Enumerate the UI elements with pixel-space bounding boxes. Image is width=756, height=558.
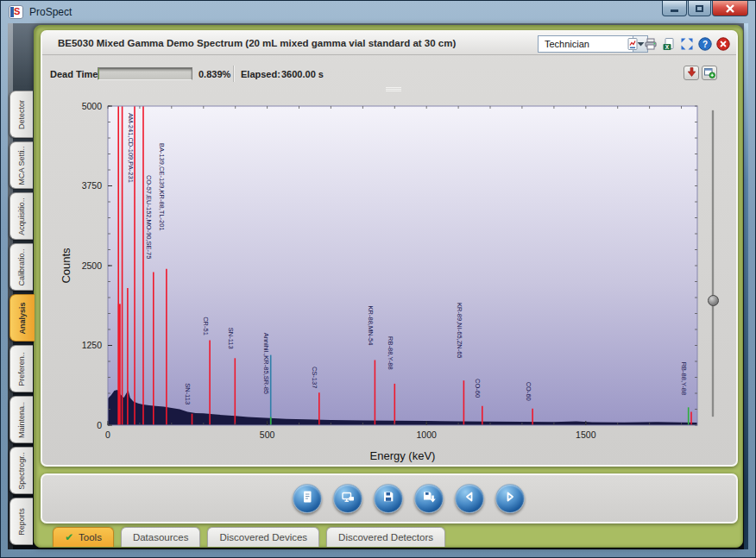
sidebar-tab-label: Spectrogr.. <box>17 452 26 490</box>
bottom-tab-label: Tools <box>79 532 102 542</box>
spectrum-chart[interactable]: AM-241,CD-109,PA-231CO-57,EU-152,MO-90,S… <box>49 92 705 463</box>
sidebar-tab-reports[interactable]: Reports <box>9 498 33 545</box>
prospect-logo-icon: S <box>9 5 23 19</box>
svg-text:1500: 1500 <box>576 429 596 440</box>
svg-text:1250: 1250 <box>82 340 103 350</box>
svg-text:CS-137: CS-137 <box>311 367 318 388</box>
separator <box>233 66 234 82</box>
svg-text:0: 0 <box>105 429 110 440</box>
spectrum-panel: BE5030 Mixed Gamma Demo Spectrum (20 mL … <box>41 30 738 467</box>
new-window-button[interactable] <box>702 66 717 80</box>
tools-toolbar <box>41 473 738 524</box>
svg-text:BA-139,CE-139,KR-88,TL-201: BA-139,CE-139,KR-88,TL-201 <box>158 143 166 231</box>
elapsed-value: 3600.00 s <box>281 69 324 79</box>
svg-text:0: 0 <box>97 420 102 430</box>
svg-text:KR-88,MN-54: KR-88,MN-54 <box>367 306 375 346</box>
sidebar-tab-calibratio[interactable]: Calibratio.. <box>9 243 33 291</box>
svg-text:5000: 5000 <box>82 101 103 111</box>
bottom-tab-label: Discovered Devices <box>219 532 307 542</box>
slider-track[interactable] <box>712 110 714 417</box>
window-title: ProSpect <box>29 6 72 18</box>
panel-header: BE5030 Mixed Gamma Demo Spectrum (20 mL … <box>42 32 736 55</box>
export-excel-icon[interactable]: X <box>661 36 676 51</box>
right-edge-decor <box>744 23 748 549</box>
new-window-icon <box>703 66 715 80</box>
svg-text:CR-51: CR-51 <box>202 317 210 335</box>
panel-title: BE5030 Mixed Gamma Demo Spectrum (20 mL … <box>58 32 456 55</box>
acquisition-status-row: Dead Time: 0.839% Elapsed: 3600.00 s <box>42 65 736 85</box>
svg-text:RB-88,Y-88: RB-88,Y-88 <box>387 336 394 370</box>
maximize-button[interactable] <box>688 1 711 16</box>
report-icon[interactable] <box>625 36 639 51</box>
save-as-button[interactable] <box>414 484 444 513</box>
next-icon <box>502 489 518 508</box>
svg-text:AM-241,CD-109,PA-231: AM-241,CD-109,PA-231 <box>127 113 135 183</box>
svg-text:KR-89,NI-65,ZN-65: KR-89,NI-65,ZN-65 <box>456 303 463 359</box>
sidebar-tab-label: Reports <box>17 508 26 536</box>
svg-text:RB-88,Y-88: RB-88,Y-88 <box>680 362 688 396</box>
print-icon[interactable] <box>643 36 658 51</box>
sidebar-tabs: DetectorMCA Setti..Acquisitio..Calibrati… <box>9 91 35 549</box>
help-icon[interactable]: ? <box>697 36 712 51</box>
bottom-tab-datasources[interactable]: Datasources <box>121 527 201 547</box>
close-icon <box>725 3 735 14</box>
acquire-detector-button[interactable] <box>333 484 362 513</box>
sidebar-tab-label: Calibratio.. <box>17 248 26 285</box>
save-button[interactable] <box>374 484 403 513</box>
bottom-tab-discovered-detectors[interactable]: Discovered Detectors <box>326 527 445 547</box>
dead-time-value: 0.839% <box>198 69 230 79</box>
bottom-tab-label: Discovered Detectors <box>338 532 433 542</box>
app-area: DetectorMCA Setti..Acquisitio..Calibrati… <box>8 23 748 549</box>
close-button[interactable] <box>712 1 748 16</box>
bottom-tabs: ✔ToolsDatasourcesDiscovered DevicesDisco… <box>53 527 452 547</box>
titlebar: S ProSpect <box>1 1 755 23</box>
save-icon <box>381 489 396 508</box>
dead-time-label: Dead Time: <box>50 69 101 79</box>
download-spectrum-icon <box>686 66 697 79</box>
vertical-scale-slider[interactable] <box>707 110 719 417</box>
prospect-window: S ProSpect DetectorMCA Setti..Acquisitio… <box>0 0 756 558</box>
dead-time-progressbar <box>98 67 192 80</box>
svg-text:500: 500 <box>260 429 275 440</box>
role-dropdown-value: Technician <box>539 36 633 52</box>
sidebar-tab-acquisitio[interactable]: Acquisitio.. <box>9 192 33 240</box>
sidebar-tab-preferen[interactable]: Preferen.. <box>9 345 33 392</box>
expand-icon[interactable] <box>679 36 694 51</box>
acquire-detector-icon <box>340 489 356 508</box>
close-panel-icon[interactable] <box>715 36 730 51</box>
svg-text:Energy (keV): Energy (keV) <box>370 449 436 462</box>
sidebar-tab-detector[interactable]: Detector <box>9 91 33 138</box>
new-document-icon <box>299 489 315 508</box>
svg-text:SN-113: SN-113 <box>227 328 235 349</box>
svg-text:Annihil.,KR-85,SR-85: Annihil.,KR-85,SR-85 <box>262 333 270 394</box>
svg-text:CO-60: CO-60 <box>474 379 482 398</box>
sidebar-tab-analysis[interactable]: Analysis <box>9 294 35 342</box>
svg-text:CO-60: CO-60 <box>525 382 532 401</box>
sidebar-tab-maintena[interactable]: Maintena.. <box>9 396 33 443</box>
previous-icon <box>462 489 477 508</box>
svg-text:X: X <box>665 43 669 49</box>
bottom-tab-discovered-devices[interactable]: Discovered Devices <box>207 527 319 547</box>
svg-text:1000: 1000 <box>417 429 438 440</box>
svg-text:?: ? <box>702 39 707 48</box>
sidebar-tab-label: MCA Setti.. <box>17 146 26 185</box>
slider-thumb[interactable] <box>708 295 719 306</box>
sidebar-tab-mcasetti[interactable]: MCA Setti.. <box>9 141 33 189</box>
svg-text:SN-113: SN-113 <box>184 383 192 404</box>
minimize-button[interactable] <box>662 1 687 16</box>
bottom-tab-tools[interactable]: ✔Tools <box>53 527 114 547</box>
sidebar-tab-label: Detector <box>17 99 26 129</box>
sidebar-tab-label: Maintena.. <box>17 401 26 437</box>
sidebar-tab-label: Preferen.. <box>17 352 26 386</box>
sidebar-tab-spectrogr[interactable]: Spectrogr.. <box>9 447 33 494</box>
svg-text:CO-57,EU-152,MO-90,SE-75: CO-57,EU-152,MO-90,SE-75 <box>145 175 153 260</box>
previous-button[interactable] <box>455 484 484 513</box>
new-document-button[interactable] <box>293 484 322 513</box>
svg-text:2500: 2500 <box>82 260 103 271</box>
svg-text:Counts: Counts <box>60 248 72 284</box>
elapsed-label: Elapsed: <box>241 69 280 79</box>
download-spectrum-button[interactable] <box>684 66 699 80</box>
next-button[interactable] <box>495 484 525 513</box>
sidebar-tab-label: Acquisitio.. <box>17 197 26 235</box>
bottom-tab-label: Datasources <box>133 532 189 542</box>
